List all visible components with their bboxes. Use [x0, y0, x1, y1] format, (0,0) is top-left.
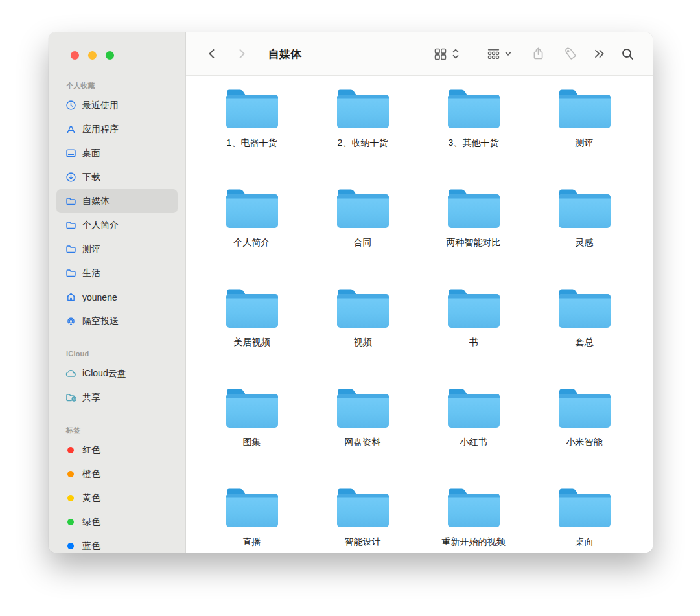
folder-icon	[557, 187, 612, 229]
folder-icon	[446, 486, 502, 529]
folder-icon	[335, 87, 391, 130]
back-button[interactable]	[205, 47, 218, 60]
folder-label: 合同	[354, 237, 372, 248]
folder-item[interactable]: 视频	[307, 278, 418, 378]
folder-icon	[335, 486, 391, 529]
sidebar-item-profile[interactable]: 个人简介	[56, 213, 178, 237]
sidebar-item-label: 个人简介	[82, 220, 119, 231]
view-mode-button[interactable]	[434, 47, 460, 61]
sidebar-item-downloads[interactable]: 下载	[56, 165, 178, 189]
folder-item[interactable]: 直播	[196, 477, 307, 553]
folder-item[interactable]: 美居视频	[196, 278, 307, 378]
share-button[interactable]	[531, 47, 545, 61]
tag-button[interactable]	[563, 47, 578, 61]
sidebar-item-younene[interactable]: younene	[56, 285, 178, 309]
folder-label: 2、收纳干货	[338, 137, 388, 148]
chevron-left-icon	[205, 47, 218, 60]
tag-dot	[65, 492, 76, 504]
folder-icon	[557, 486, 612, 529]
download-icon	[65, 172, 76, 183]
folder-item[interactable]: 测评	[529, 78, 640, 178]
sidebar-item-tag-red[interactable]: 红色	[56, 438, 178, 462]
sidebar-section-header: iCloud	[49, 346, 185, 361]
minimize-button[interactable]	[88, 51, 97, 60]
toolbar: 自媒体	[186, 32, 653, 76]
sidebar-item-label: 桌面	[82, 148, 100, 159]
folder-label: 灵感	[576, 237, 594, 248]
folder-icon	[65, 196, 76, 207]
folder-icon	[557, 286, 612, 329]
sidebar-item-label: 自媒体	[82, 196, 110, 207]
search-button[interactable]	[621, 47, 635, 61]
sidebar-section: 标签红色橙色黄色绿色蓝色	[49, 422, 185, 553]
sidebar-item-icloud-drive[interactable]: iCloud云盘	[56, 361, 178, 385]
folder-item[interactable]: 个人简介	[196, 178, 307, 278]
sidebar-item-label: 橙色	[82, 468, 100, 480]
updown-chevrons-icon	[452, 48, 460, 60]
shared-folder-icon	[65, 392, 76, 404]
clock-icon	[65, 100, 76, 111]
sidebar-item-label: 生活	[82, 268, 100, 279]
group-button[interactable]	[487, 48, 512, 60]
folder-item[interactable]: 1、电器干货	[196, 78, 307, 178]
folder-icon	[557, 87, 612, 130]
sidebar-item-label: 绿色	[82, 516, 100, 528]
sidebar-item-label: 共享	[82, 392, 100, 404]
folder-label: 书	[469, 337, 478, 348]
sidebar-item-label: 红色	[82, 444, 100, 456]
folder-item[interactable]: 小红书	[418, 378, 529, 477]
folder-item[interactable]: 小米智能	[529, 378, 640, 477]
folder-label: 美居视频	[234, 337, 270, 348]
zoom-button[interactable]	[106, 51, 114, 60]
more-button[interactable]	[593, 48, 606, 60]
grid-view-icon	[434, 47, 447, 61]
folder-icon	[65, 220, 76, 231]
folder-icon	[446, 286, 502, 329]
folder-label: 智能设计	[345, 536, 381, 547]
sidebar-item-label: 隔空投送	[82, 315, 119, 327]
folder-item[interactable]: 重新开始的视频	[418, 477, 529, 553]
folder-label: 个人简介	[234, 237, 270, 248]
folder-label: 小米智能	[566, 437, 603, 448]
folder-item[interactable]: 灵感	[529, 178, 640, 278]
folder-item[interactable]: 桌面	[529, 477, 640, 553]
sidebar-item-shared[interactable]: 共享	[56, 385, 178, 409]
folder-item[interactable]: 3、其他干货	[418, 78, 529, 178]
folder-icon	[224, 386, 280, 429]
sidebar-section-header: 个人收藏	[49, 78, 185, 93]
folder-item[interactable]: 图集	[196, 378, 307, 477]
folder-icon	[65, 268, 76, 279]
sidebar-item-recents[interactable]: 最近使用	[56, 93, 178, 117]
sidebar-item-tag-yellow[interactable]: 黄色	[56, 486, 178, 510]
folder-label: 测评	[576, 137, 594, 148]
sidebar-item-tag-green[interactable]: 绿色	[56, 510, 178, 534]
sidebar-item-applications[interactable]: 应用程序	[56, 117, 178, 141]
sidebar-item-ceping[interactable]: 测评	[56, 237, 178, 261]
sidebar-item-desktop[interactable]: 桌面	[56, 141, 178, 165]
sidebar-item-label: younene	[82, 292, 117, 302]
sidebar-item-zimeiti[interactable]: 自媒体	[56, 189, 178, 213]
sidebar-item-tag-blue[interactable]: 蓝色	[56, 534, 178, 553]
folder-item[interactable]: 智能设计	[307, 477, 418, 553]
folder-item[interactable]: 合同	[307, 178, 418, 278]
sidebar-item-label: iCloud云盘	[82, 368, 126, 380]
close-button[interactable]	[71, 51, 79, 60]
airdrop-icon	[65, 315, 76, 327]
sidebar-item-shenghuo[interactable]: 生活	[56, 261, 178, 285]
folder-item[interactable]: 套总	[529, 278, 640, 378]
folder-item[interactable]: 书	[418, 278, 529, 378]
sidebar-item-tag-orange[interactable]: 橙色	[56, 462, 178, 486]
sidebar-section: 个人收藏最近使用应用程序桌面下载自媒体个人简介测评生活younene隔空投送	[49, 78, 185, 333]
tag-dot	[65, 516, 76, 528]
forward-button[interactable]	[235, 47, 248, 60]
share-icon	[531, 47, 545, 61]
folder-label: 图集	[243, 437, 261, 448]
chevron-right-icon	[235, 47, 248, 60]
sidebar-item-label: 蓝色	[82, 540, 100, 552]
folder-item[interactable]: 2、收纳干货	[307, 78, 418, 178]
folder-icon	[335, 187, 391, 229]
folder-item[interactable]: 两种智能对比	[418, 178, 529, 278]
sidebar-item-airdrop[interactable]: 隔空投送	[56, 309, 178, 333]
folder-item[interactable]: 网盘资料	[307, 378, 418, 477]
folder-icon	[446, 187, 502, 229]
